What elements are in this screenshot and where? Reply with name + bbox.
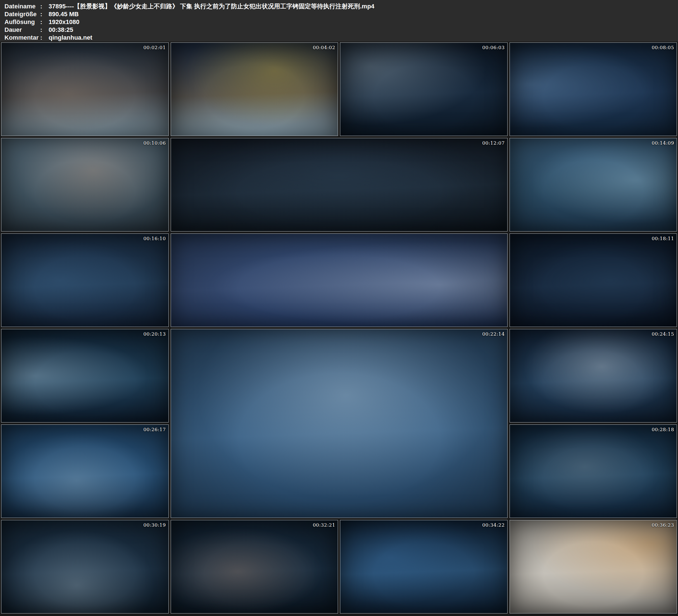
video-thumbnail-1: 00:02:01 — [1, 42, 169, 136]
timestamp-overlay: 00:14:09 — [652, 140, 674, 146]
metadata-row-resolution: Auflösung : 1920x1080 — [4, 18, 678, 26]
timestamp-overlay: 00:28:18 — [652, 427, 674, 432]
field-separator: : — [40, 11, 49, 18]
video-thumbnail-9 — [171, 233, 507, 327]
metadata-row-duration: Dauer : 00:38:25 — [4, 26, 678, 34]
timestamp-overlay: 00:24:15 — [652, 331, 674, 337]
metadata-row-filesize: Dateigröße : 890.45 MB — [4, 10, 678, 18]
timestamp-overlay: 00:02:01 — [143, 45, 166, 50]
video-thumbnail-16: 00:30:19 — [1, 520, 169, 614]
video-thumbnail-12: 00:22:14 — [171, 329, 507, 518]
timestamp-overlay: 00:16:10 — [143, 236, 166, 241]
video-thumbnail-15: 00:28:18 — [510, 424, 677, 518]
timestamp-overlay: 00:32:21 — [313, 522, 335, 528]
field-separator: : — [40, 3, 49, 10]
video-thumbnail-17: 00:32:21 — [171, 520, 338, 614]
timestamp-overlay: 00:18:11 — [652, 236, 674, 241]
field-label: Auflösung — [4, 18, 40, 26]
timestamp-overlay: 00:04:02 — [313, 45, 335, 50]
field-label: Dateiname — [4, 3, 40, 10]
timestamp-overlay: 00:10:06 — [143, 140, 166, 146]
timestamp-overlay: 00:06:03 — [482, 45, 504, 50]
video-thumbnail-3: 00:06:03 — [340, 42, 507, 136]
field-separator: : — [40, 34, 49, 41]
video-thumbnail-2: 00:04:02 — [171, 42, 338, 136]
filesize-value: 890.45 MB — [49, 11, 79, 18]
timestamp-overlay: 00:22:14 — [482, 331, 504, 337]
video-thumbnail-11: 00:20:13 — [1, 329, 169, 422]
timestamp-overlay: 00:30:19 — [143, 522, 166, 528]
video-thumbnail-7: 00:14:09 — [510, 138, 677, 231]
comment-value: qinglanhua.net — [49, 34, 92, 41]
field-label: Dateigröße — [4, 11, 40, 18]
timestamp-overlay: 00:20:13 — [143, 331, 166, 337]
timestamp-overlay: 00:12:07 — [482, 140, 504, 146]
timestamp-overlay: 00:36:23 — [652, 522, 674, 528]
timestamp-overlay: 00:34:22 — [482, 522, 504, 528]
video-thumbnail-10: 00:18:11 — [510, 233, 677, 327]
resolution-value: 1920x1080 — [49, 18, 79, 26]
video-thumbnail-18: 00:34:22 — [340, 520, 507, 614]
field-label: Dauer — [4, 26, 40, 34]
metadata-row-filename: Dateiname : 37895----【胜景影视】《妙龄少女走上不归路》 下… — [4, 2, 678, 10]
filename-value: 37895----【胜景影视】《妙龄少女走上不归路》 下集 执行之前为了防止女犯… — [49, 2, 374, 11]
field-separator: : — [40, 18, 49, 26]
duration-value: 00:38:25 — [49, 26, 73, 34]
metadata-row-comment: Kommentar : qinglanhua.net — [4, 34, 678, 42]
timestamp-overlay: 00:26:17 — [143, 427, 166, 432]
video-thumbnail-5: 00:10:06 — [1, 138, 169, 231]
thumbnail-grid: 00:02:01 00:04:02 00:06:03 00:08:05 00:1… — [0, 42, 678, 616]
field-label: Kommentar — [4, 34, 40, 41]
video-thumbnail-4: 00:08:05 — [510, 42, 677, 136]
timestamp-overlay: 00:08:05 — [652, 45, 674, 50]
video-thumbnail-6: 00:12:07 — [171, 138, 507, 231]
video-thumbnail-14: 00:26:17 — [1, 424, 169, 518]
metadata-header: Dateiname : 37895----【胜景影视】《妙龄少女走上不归路》 下… — [0, 0, 678, 42]
video-thumbnail-8: 00:16:10 — [1, 233, 169, 327]
video-thumbnail-13: 00:24:15 — [510, 329, 677, 422]
video-thumbnail-19: 00:36:23 — [510, 520, 677, 614]
field-separator: : — [40, 26, 49, 34]
